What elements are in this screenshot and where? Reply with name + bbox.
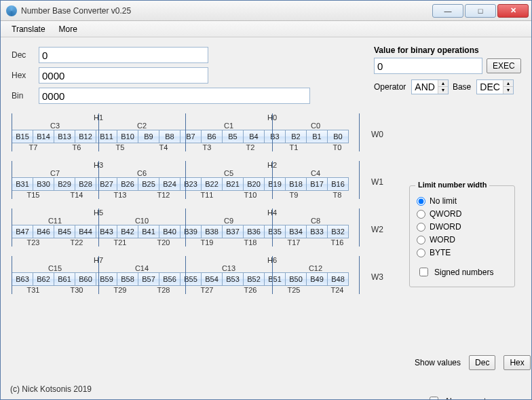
w-label: W2 (371, 225, 383, 234)
maximize-button[interactable]: □ (465, 4, 496, 18)
bit-button[interactable]: B36 (243, 225, 265, 238)
bit-button[interactable]: B44 (75, 225, 96, 238)
bit-button[interactable]: B33 (306, 225, 328, 238)
bit-button[interactable]: B35 (264, 225, 286, 238)
bit-button[interactable]: B22 (201, 177, 223, 191)
menu-more[interactable]: More (52, 23, 84, 35)
bit-button[interactable]: B42 (117, 225, 138, 238)
t-label: T29 (98, 286, 142, 294)
bit-button[interactable]: B14 (33, 130, 54, 143)
bit-button[interactable]: B47 (12, 225, 33, 238)
t-label: T7 (12, 143, 55, 151)
dec-label: Dec (12, 50, 39, 60)
bit-button[interactable]: B54 (201, 272, 223, 286)
bit-button[interactable]: B4 (243, 130, 265, 143)
bit-button[interactable]: B24 (159, 177, 180, 191)
bit-button[interactable]: B48 (327, 272, 349, 286)
always-on-top-checkbox[interactable] (430, 397, 438, 400)
bit-button[interactable]: B38 (201, 225, 223, 238)
bit-button[interactable]: B40 (159, 225, 180, 238)
bit-button[interactable]: B8 (159, 130, 180, 143)
base-spinner[interactable]: DEC ▲▼ (476, 79, 514, 94)
bit-button[interactable]: B20 (243, 177, 265, 191)
bit-button[interactable]: B41 (138, 225, 159, 238)
bit-button[interactable]: B56 (159, 272, 180, 286)
bit-button[interactable]: B16 (327, 177, 349, 191)
bit-button[interactable]: B19 (264, 177, 286, 191)
bit-button[interactable]: B13 (54, 130, 75, 143)
bit-button[interactable]: B30 (33, 177, 54, 191)
t-label: T14 (55, 191, 98, 199)
bit-button[interactable]: B37 (222, 225, 244, 238)
operator-down-icon[interactable]: ▼ (438, 87, 448, 94)
bit-button[interactable]: B5 (222, 130, 244, 143)
bit-button[interactable]: B2 (285, 130, 307, 143)
bit-button[interactable]: B17 (306, 177, 328, 191)
base-down-icon[interactable]: ▼ (504, 87, 513, 94)
bit-button[interactable]: B63 (12, 272, 33, 286)
menu-translate[interactable]: Translate (5, 23, 52, 35)
bit-button[interactable]: B21 (222, 177, 244, 191)
bit-button[interactable]: B49 (306, 272, 328, 286)
bit-button[interactable]: B15 (12, 130, 33, 143)
bit-button[interactable]: B6 (201, 130, 223, 143)
bit-button[interactable]: B18 (285, 177, 307, 191)
bit-button[interactable]: B51 (264, 272, 286, 286)
t-label: T1 (272, 143, 316, 151)
exec-button[interactable]: EXEC (487, 58, 521, 73)
show-values-hex-button[interactable]: Hex (504, 355, 530, 370)
limit-radio[interactable] (417, 197, 425, 206)
bit-button[interactable]: B29 (54, 177, 75, 191)
limit-radio-row: No limit (417, 196, 508, 206)
operator-up-icon[interactable]: ▲ (438, 80, 448, 87)
bit-button[interactable]: B25 (138, 177, 159, 191)
bit-button[interactable]: B3 (264, 130, 286, 143)
bit-button[interactable]: B52 (243, 272, 265, 286)
word-block: H1H0C3C2C1C0B15B14B13B12B11B10B9B8B7B6B5… (12, 113, 520, 151)
hex-input[interactable] (39, 67, 208, 84)
binary-ops-panel: Value for binary operations EXEC Operato… (374, 46, 516, 94)
minimize-button[interactable]: — (432, 4, 463, 18)
t-label: T15 (12, 191, 55, 199)
bit-button[interactable]: B60 (75, 272, 96, 286)
operator-spinner[interactable]: AND ▲▼ (411, 79, 449, 94)
bit-button[interactable]: B31 (12, 177, 33, 191)
limit-radio[interactable] (417, 249, 425, 257)
bit-button[interactable]: B57 (138, 272, 159, 286)
bit-button[interactable]: B23 (180, 177, 202, 191)
c-label: C5 (185, 169, 272, 177)
limit-radio[interactable] (417, 210, 425, 219)
titlebar: Number Base Converter v0.25 — □ ✕ (1, 1, 531, 21)
binops-value-input[interactable] (374, 58, 482, 74)
bit-button[interactable]: B62 (33, 272, 54, 286)
bit-button[interactable]: B61 (54, 272, 75, 286)
t-label: T12 (142, 191, 185, 199)
bit-button[interactable]: B45 (54, 225, 75, 238)
dec-input[interactable] (39, 47, 208, 63)
base-up-icon[interactable]: ▲ (504, 80, 513, 87)
always-on-top-label: Always on top (444, 397, 495, 401)
bit-button[interactable]: B12 (75, 130, 96, 143)
limit-radio[interactable] (417, 223, 425, 232)
bit-button[interactable]: B46 (33, 225, 54, 238)
limit-radio[interactable] (417, 236, 425, 244)
bit-button[interactable]: B7 (180, 130, 202, 143)
bit-button[interactable]: B10 (117, 130, 138, 143)
bit-button[interactable]: B32 (327, 225, 349, 238)
window-title: Number Base Converter v0.25 (21, 6, 131, 16)
bit-button[interactable]: B34 (285, 225, 307, 238)
bit-button[interactable]: B9 (138, 130, 159, 143)
close-button[interactable]: ✕ (497, 4, 529, 18)
bit-button[interactable]: B39 (180, 225, 202, 238)
bin-input[interactable] (39, 88, 310, 104)
bit-button[interactable]: B50 (285, 272, 307, 286)
bit-button[interactable]: B55 (180, 272, 202, 286)
bit-button[interactable]: B1 (306, 130, 328, 143)
bit-button[interactable]: B28 (75, 177, 96, 191)
signed-checkbox[interactable] (419, 268, 428, 276)
bit-button[interactable]: B53 (222, 272, 244, 286)
show-values-dec-button[interactable]: Dec (469, 355, 495, 370)
bit-button[interactable]: B0 (327, 130, 349, 143)
bit-button[interactable]: B58 (117, 272, 138, 286)
bit-button[interactable]: B26 (117, 177, 138, 191)
